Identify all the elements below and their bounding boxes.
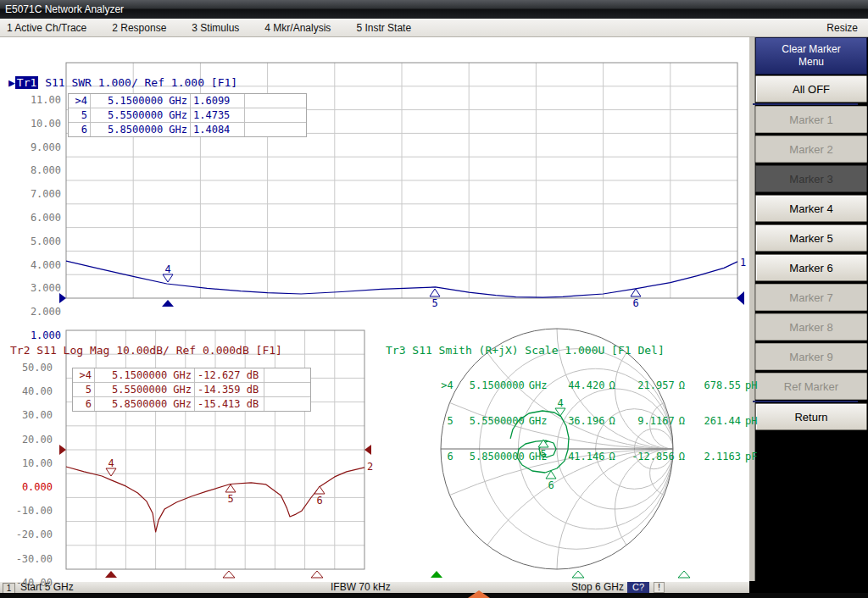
tr1-marker6-label: 6 [632,297,638,309]
softkey-marker-3[interactable]: Marker 3 [755,165,867,192]
tr1-ytick: 6.000 [19,212,61,224]
tr2-ytick: -10.00 [10,505,53,517]
marker-number-cell: 6 [69,123,91,136]
reactance-value: 9.1167 [624,415,675,427]
tr2-ytick: 30.00 [10,409,53,421]
softkey-marker-6[interactable]: Marker 6 [755,254,867,281]
tr1-header: ▶Tr1 S11 SWR 1.000/ Ref 1.000 [F1] [8,76,237,89]
equivalent-lc-value: 678.55 [693,379,741,391]
menu-resize[interactable]: Resize [826,22,858,34]
tr1-ref-arrow-left [59,293,66,303]
tr2-grid [66,330,364,569]
sweep-position-indicator-icon [468,590,490,598]
freq-unit: GHz [529,415,548,427]
tr3-marker-row: 65.8500000GHz41.146Ω-12.856Ω2.1163pF [386,439,757,474]
tr2-ref-level-label: 0.000 [10,481,53,493]
tr2-marker-table: >4 5.1500000 GHz -12.627 dB 5 5.5500000 … [72,368,311,412]
correction-status-badge[interactable]: C? [627,582,649,593]
stop-frequency-label: Stop 6 GHz [571,582,624,593]
softkey-marker-4[interactable]: Marker 4 [755,195,867,222]
menu-mkr-analysis[interactable]: 4 Mkr/Analysis [264,22,331,34]
tr2-ref-arrow-left [59,445,66,455]
softkey-all-off[interactable]: All OFF [755,75,867,102]
marker-number-cell: 6 [73,397,95,411]
tr1-marker4-label: 4 [164,263,170,275]
menu-response[interactable]: 2 Response [112,22,166,34]
tr3-header: Tr3 S11 Smith (R+jX) Scale 1.000U [F1 De… [386,344,665,357]
tr2-ytick: -30.00 [10,553,53,565]
softkey-marker-5[interactable]: Marker 5 [755,224,867,252]
marker-value-cell: -14.359 dB [195,383,264,397]
tr2-marker6-label: 6 [316,495,322,507]
tr2-marker4-label: 4 [108,457,114,469]
marker-value-cell: 1.6099 [191,94,245,108]
empty-cell [264,397,310,411]
softkey-marker-2: Marker 2 [755,136,867,163]
menu-instr-state[interactable]: 5 Instr State [356,22,411,34]
reactance-value: 21.957 [624,379,675,391]
softkey-return[interactable]: Return [755,403,867,430]
marker-number: 5 [435,415,453,427]
menu-title-line1: Clear Marker [782,43,840,56]
menu-active-ch-trace[interactable]: 1 Active Ch/Trace [7,22,86,34]
lc-unit: pH [745,379,757,391]
bottom-strip [0,593,868,598]
ohm-unit: Ω [609,379,615,391]
tr2-header: Tr2 S11 Log Mag 10.00dB/ Ref 0.000dB [F1… [10,344,282,357]
softkey-marker-7: Marker 7 [755,284,867,311]
tr1-ytick: 9.000 [19,141,61,153]
equivalent-lc-value: 261.44 [693,415,741,427]
tr1-marker-table: >4 5.1500000 GHz 1.6099 5 5.5500000 GHz … [68,93,307,137]
equivalent-lc-value: 2.1163 [693,451,741,462]
resistance-value: 44.420 [557,379,604,391]
tr1-ytick: 10.00 [19,118,61,130]
tr3-marker6-label: 6 [548,479,554,491]
ohm-unit: Ω [609,415,615,427]
app-window: E5071C Network Analyzer 1 Active Ch/Trac… [0,0,868,598]
tr1-ytick: 11.00 [19,94,61,106]
ifbw-label: IFBW 70 kHz [331,582,391,593]
lc-unit: pH [745,415,757,427]
alert-badge[interactable]: ! [654,582,665,593]
tr1-ytick: 4.000 [19,259,61,271]
menubar: 1 Active Ch/Trace 2 Response 3 Stimulus … [0,19,868,37]
tr2-ytick: 40.00 [10,385,53,397]
marker-number: 6 [435,451,453,462]
marker-number: >4 [435,379,453,391]
tr3-active-marker-stimulus-arrow [431,571,442,578]
softkey-divider [753,401,858,402]
menu-stimulus[interactable]: 3 Stimulus [192,22,239,34]
marker-freq-cell: 5.8500000 GHz [91,123,191,136]
empty-cell [264,383,310,397]
tr3-marker-readout: >45.1500000GHz44.420Ω21.957Ω678.55pH 55.… [386,368,757,474]
marker-value-cell: -12.627 dB [195,368,264,383]
plot-area: 4 5 6 1 4 5 6 [0,37,749,581]
tr1-ytick: 5.000 [19,235,61,247]
resistance-value: 41.146 [557,451,604,462]
marker-freq-cell: 5.1500000 GHz [95,368,195,383]
tr1-header-text: S11 SWR 1.000/ Ref 1.000 [F1] [38,76,237,89]
marker-number-cell: 5 [73,383,95,397]
reactance-value: -12.856 [624,451,675,462]
marker-value-cell: 1.4735 [191,108,245,123]
tr3-marker-row: >45.1500000GHz44.420Ω21.957Ω678.55pH [386,368,757,403]
tr1-active-marker-stimulus-arrow [162,300,174,307]
menu-title-line2: Menu [798,56,824,69]
tr1-ytick: 3.000 [19,282,61,294]
softkey-marker-1: Marker 1 [755,106,867,133]
marker-value-cell: -15.413 dB [195,397,264,411]
tr3-marker-row: 55.5500000GHz36.196Ω9.1167Ω261.44pH [386,403,757,439]
marker-value-cell: 1.4084 [191,123,245,136]
softkey-marker-8: Marker 8 [755,313,867,341]
tr1-active-arrow: ▶ [8,76,15,89]
window-titlebar[interactable]: E5071C Network Analyzer [0,0,868,19]
empty-cell [264,368,310,383]
softkey-divider [753,103,858,105]
marker-freq: 5.5500000 [460,415,525,427]
softkey-scroll-strip[interactable] [749,37,755,581]
freq-unit: GHz [529,451,548,462]
marker-number-cell: >4 [69,94,91,108]
softkey-marker-9: Marker 9 [755,343,867,370]
tr2-marker5-label: 5 [227,493,233,505]
tr1-ytick: 7.000 [19,188,61,200]
